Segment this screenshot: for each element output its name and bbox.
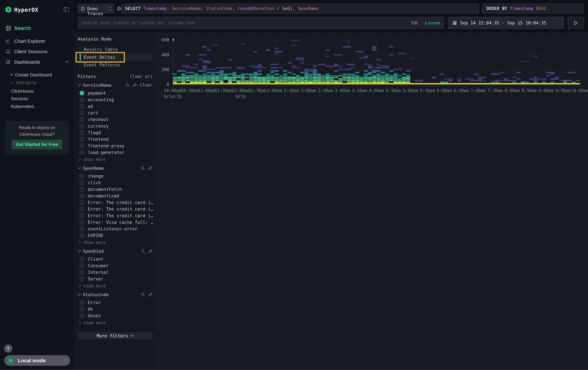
help-button[interactable]: ? [4,344,12,353]
duration-heatmap-canvas[interactable] [173,38,585,91]
date-range-picker[interactable]: Sep 14 22:04:35 - Sep 15 10:04:35 [448,17,564,29]
filter-option-click[interactable]: click [78,179,153,186]
filter-option-load-generator[interactable]: load-generator [78,149,153,156]
sidebar-item-services[interactable]: Services [0,95,74,102]
run-query-button[interactable] [568,17,584,29]
chevron-down-icon[interactable] [78,84,81,86]
sidebar-item-label: Chart Explorer [14,39,45,44]
checkbox-unchecked[interactable] [80,270,84,274]
get-started-button[interactable]: Get Started for Free [11,140,63,149]
checkbox-unchecked[interactable] [80,200,84,205]
checkbox-unchecked[interactable] [80,207,84,211]
search-icon[interactable] [141,249,145,253]
analysis-mode-option-event-patterns[interactable]: Event Patterns [78,61,153,69]
sidebar-item-kubernetes[interactable]: Kubernetes [0,103,74,110]
filter-option-server[interactable]: Server [78,276,153,282]
filter-option-change[interactable]: change [78,173,153,179]
chevron-down-icon[interactable] [78,293,81,296]
sidebar-item-chart-explorer[interactable]: Chart Explorer [0,36,74,46]
show-more-button[interactable]: Show more [78,239,153,246]
filter-option-cart[interactable]: cart [78,110,153,116]
presets-section-toggle[interactable]: PRESETS [0,80,74,86]
filter-clear-button[interactable]: Clear [140,83,153,88]
checkbox-unchecked[interactable] [80,104,84,109]
checkbox-unchecked[interactable] [80,220,84,224]
filter-option-error-the-credit-card[interactable]: Error: The credit card (… [78,212,153,219]
checkbox-unchecked[interactable] [80,233,84,238]
show-more-button[interactable]: Show more [78,156,153,163]
chevron-down-icon[interactable] [78,167,81,169]
filter-option-error-visa-cache-full[interactable]: Error: Visa cache full: … [78,219,153,226]
search-icon[interactable] [125,83,130,87]
checkbox-unchecked[interactable] [80,180,84,185]
local-mode-menu[interactable]: U Local mode [4,355,70,366]
filter-option-client[interactable]: Client [78,256,153,262]
filter-option-expire[interactable]: EXPIRE [78,232,153,239]
filter-option-internal[interactable]: Internal [78,269,153,276]
checkbox-unchecked[interactable] [80,194,84,198]
filter-option-payment[interactable]: payment [78,90,153,96]
sidebar-item-client-sessions[interactable]: Client Sessions [0,46,74,57]
checkbox-unchecked[interactable] [80,277,84,281]
filter-option-documentfetch[interactable]: documentFetch [78,186,153,192]
checkbox-unchecked[interactable] [80,117,84,122]
filter-option-frontend-proxy[interactable]: frontend-proxy [78,142,153,149]
filter-option-consumer[interactable]: Consumer [78,262,153,269]
sidebar-collapse-icon[interactable] [63,7,69,12]
clear-all-button[interactable]: Clear all [130,74,153,79]
checkbox-unchecked[interactable] [80,227,84,231]
filter-option-flagd[interactable]: flagd [78,129,153,136]
filter-option-accounting[interactable]: accounting [78,96,153,103]
filter-option-ok[interactable]: Ok [78,306,153,312]
analysis-mode-option-results-table[interactable]: Results Table [78,46,153,53]
checkbox-unchecked[interactable] [80,124,84,128]
filter-option-unset[interactable]: Unset [78,312,153,319]
load-more-button[interactable]: Load more [78,319,153,326]
analysis-mode-option-event-deltas[interactable]: Event Deltas [78,53,153,61]
filter-option-error[interactable]: Error [78,299,153,306]
checkbox-unchecked[interactable] [80,98,84,102]
pin-icon[interactable] [148,249,153,253]
toggle-sql[interactable]: SQL [411,20,419,25]
sidebar-item-dashboards[interactable]: Dashboards [0,57,74,67]
checkbox-unchecked[interactable] [80,130,84,135]
checkbox-unchecked[interactable] [80,137,84,141]
filter-option-error-the-credit-card[interactable]: Error: The credit card (… [78,206,153,212]
sidebar-item-search[interactable]: Search [0,24,74,33]
pin-icon[interactable] [148,292,153,297]
checkbox-unchecked[interactable] [80,150,84,155]
search-icon[interactable] [141,166,145,170]
filter-option-currency[interactable]: currency [78,123,153,129]
filter-option-checkout[interactable]: checkout [78,116,153,123]
sql-select-input[interactable]: SELECT Timestamp, ServiceName, StatusCod… [121,4,479,13]
more-filters-button[interactable]: More filters [78,332,153,339]
pin-icon[interactable] [148,166,153,170]
chevron-up-icon[interactable] [65,61,69,63]
checkbox-unchecked[interactable] [80,257,84,261]
search-icon[interactable] [141,292,145,297]
checkbox-unchecked[interactable] [80,174,84,178]
filter-option-documentload[interactable]: documentLoad [78,192,153,199]
filter-option-frontend[interactable]: frontend [78,136,153,142]
pin-icon[interactable] [133,83,137,87]
filter-option-eventlistener-error[interactable]: eventListener.error [78,226,153,232]
checkbox-unchecked[interactable] [80,111,84,115]
create-dashboard-button[interactable]: + Create Dashboard [0,71,74,79]
filter-option-ad[interactable]: ad [78,103,153,110]
checkbox-checked[interactable] [80,91,84,95]
source-select[interactable]: Demo Traces [78,4,114,13]
checkbox-unchecked[interactable] [80,187,84,191]
checkbox-unchecked[interactable] [80,144,84,148]
sidebar-item-clickhouse[interactable]: ClickHouse [0,87,74,95]
chevron-down-icon[interactable] [78,250,81,252]
load-more-button[interactable]: Load more [78,282,153,290]
checkbox-unchecked[interactable] [80,300,84,305]
checkbox-unchecked[interactable] [80,307,84,311]
sql-orderby-input[interactable]: ORDER BY Timestamp DESC [483,4,584,13]
checkbox-unchecked[interactable] [80,313,84,318]
checkbox-unchecked[interactable] [80,263,84,268]
toggle-lucene[interactable]: Lucene [425,20,440,25]
lucene-search-input[interactable]: Search your events w/ Lucene ex. column:… [78,17,444,29]
filter-option-error-the-credit-card[interactable]: Error: The credit card (… [78,199,153,206]
checkbox-unchecked[interactable] [80,213,84,218]
